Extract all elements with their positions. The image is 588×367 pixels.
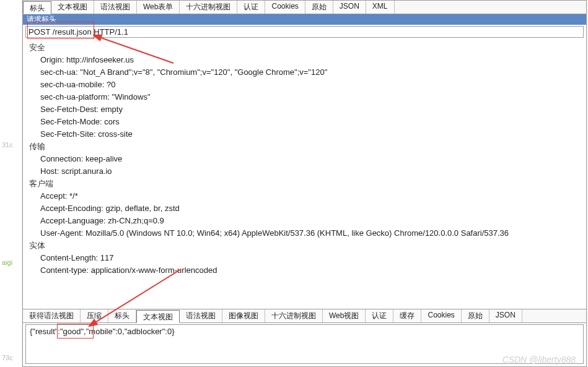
request-tab[interactable]: 语法视图 bbox=[94, 1, 137, 14]
response-tab[interactable]: 标头 bbox=[108, 309, 136, 322]
header-row[interactable]: Sec-Fetch-Mode: cors bbox=[29, 116, 580, 128]
header-row[interactable]: sec-ch-ua-platform: "Windows" bbox=[29, 91, 580, 103]
response-body-text: {"result":"good","mobile":0,"adblocker":… bbox=[30, 327, 175, 336]
response-tab[interactable]: 认证 bbox=[366, 309, 393, 322]
response-tab[interactable]: 原始 bbox=[462, 309, 489, 322]
header-row[interactable]: Accept-Encoding: gzip, deflate, br, zstd bbox=[29, 202, 580, 215]
request-tab[interactable]: 认证 bbox=[237, 1, 265, 14]
request-tab[interactable]: 文本视图 bbox=[51, 1, 94, 14]
header-row[interactable]: Host: script.anura.io bbox=[29, 165, 580, 178]
request-tab[interactable]: XML bbox=[366, 1, 395, 14]
gutter-text: 73c bbox=[2, 354, 13, 361]
headers-tree[interactable]: 安全Origin: http://infoseeker.ussec-ch-ua:… bbox=[23, 39, 586, 309]
request-tab[interactable]: 标头 bbox=[23, 1, 51, 14]
request-tabbar: 标头文本视图语法视图Web表单十六进制视图认证Cookies原始JSONXML bbox=[23, 1, 586, 14]
header-row[interactable]: Accept: */* bbox=[29, 190, 580, 202]
request-tab[interactable]: 原始 bbox=[305, 1, 333, 14]
header-group-title[interactable]: 安全 bbox=[29, 41, 580, 54]
request-line[interactable]: POST /result.json HTTP/1.1 bbox=[25, 26, 584, 38]
main-panel: 标头文本视图语法视图Web表单十六进制视图认证Cookies原始JSONXML … bbox=[22, 0, 587, 367]
request-tab[interactable]: 十六进制视图 bbox=[180, 1, 237, 14]
request-tab[interactable]: Web表单 bbox=[137, 1, 180, 14]
header-group-title[interactable]: 客户端 bbox=[29, 178, 580, 190]
response-tab[interactable]: 压缩 bbox=[81, 309, 108, 322]
response-tab[interactable]: 缓存 bbox=[393, 309, 421, 322]
header-row[interactable]: sec-ch-ua-mobile: ?0 bbox=[29, 79, 580, 91]
request-tab[interactable]: JSON bbox=[333, 1, 366, 14]
response-tab[interactable]: JSON bbox=[489, 309, 522, 322]
response-tabbar: 获得语法视图压缩标头文本视图语法视图图像视图十六进制视图Web视图认证缓存Coo… bbox=[23, 309, 586, 323]
header-row[interactable]: Connection: keep-alive bbox=[29, 153, 580, 165]
header-row[interactable]: User-Agent: Mozilla/5.0 (Windows NT 10.0… bbox=[29, 227, 580, 240]
gutter-text: aigi bbox=[2, 259, 12, 266]
response-panel: 获得语法视图压缩标头文本视图语法视图图像视图十六进制视图Web视图认证缓存Coo… bbox=[23, 309, 586, 366]
header-row[interactable]: Sec-Fetch-Dest: empty bbox=[29, 103, 580, 116]
request-panel-title: 请求标头 bbox=[23, 14, 586, 25]
header-row[interactable]: Content-type: application/x-www-form-url… bbox=[29, 264, 580, 277]
response-tab[interactable]: 文本视图 bbox=[136, 310, 180, 323]
response-tab[interactable]: 获得语法视图 bbox=[23, 309, 81, 322]
gutter-text: 31c bbox=[2, 141, 13, 149]
header-row[interactable]: Sec-Fetch-Site: cross-site bbox=[29, 128, 580, 140]
response-tab[interactable]: 语法视图 bbox=[180, 309, 222, 322]
header-row[interactable]: Accept-Language: zh-CN,zh;q=0.9 bbox=[29, 215, 580, 227]
header-row[interactable]: Content-Length: 117 bbox=[29, 252, 580, 264]
header-group-title[interactable]: 实体 bbox=[29, 240, 580, 252]
gutter: 31c aigi 73c bbox=[0, 0, 22, 367]
response-tab[interactable]: 图像视图 bbox=[222, 309, 265, 322]
header-row[interactable]: Origin: http://infoseeker.us bbox=[29, 54, 580, 66]
request-tab[interactable]: Cookies bbox=[265, 1, 305, 14]
response-tab[interactable]: Web视图 bbox=[323, 309, 366, 322]
response-tab[interactable]: Cookies bbox=[421, 309, 461, 322]
response-tab[interactable]: 十六进制视图 bbox=[265, 309, 323, 322]
response-body[interactable]: {"result":"good","mobile":0,"adblocker":… bbox=[25, 324, 584, 364]
request-line-text: POST /result.json HTTP/1.1 bbox=[29, 27, 128, 37]
request-panel: 请求标头 POST /result.json HTTP/1.1 安全Origin… bbox=[23, 14, 586, 309]
header-group-title[interactable]: 传输 bbox=[29, 140, 580, 153]
header-row[interactable]: sec-ch-ua: "Not_A Brand";v="8", "Chromiu… bbox=[29, 66, 580, 79]
